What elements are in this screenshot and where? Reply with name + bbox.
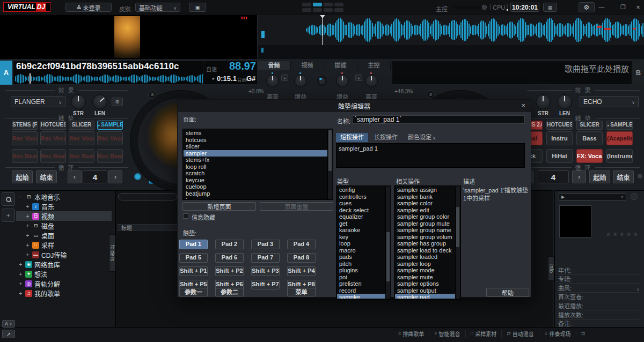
- deck-b-gain-knob[interactable]: [336, 75, 349, 87]
- layout-cell[interactable]: [324, 8, 333, 12]
- expander-icon[interactable]: −: [18, 194, 23, 200]
- type-list-item[interactable]: prelisten: [337, 280, 385, 287]
- plugin-store-button[interactable]: ▣: [189, 3, 206, 12]
- pad-select-button[interactable]: Pad 5: [179, 253, 208, 263]
- pad-select-button[interactable]: Shift + P2: [215, 266, 244, 276]
- login-button[interactable]: 未登录: [65, 3, 112, 12]
- deck-a-overview-waveform[interactable]: [15, 74, 204, 84]
- action-list-item[interactable]: sampler bank: [395, 194, 455, 200]
- pad-select-button[interactable]: Shift + P4: [287, 266, 316, 276]
- deck-a-pitch-value[interactable]: +0.0%: [248, 88, 264, 94]
- hide-info-checkbox[interactable]: [183, 213, 188, 219]
- action-list-item[interactable]: sampler loop: [395, 261, 455, 267]
- bottom-toolbar-button[interactable]: ≡ 排曲歌单: [398, 330, 424, 338]
- sidebar-item[interactable]: + ♪ 音乐: [16, 202, 112, 211]
- deck-a-fx-str-knob[interactable]: [71, 94, 86, 109]
- layout-cell[interactable]: [334, 3, 343, 6]
- sidebar-item[interactable]: + ▬ CDJ传输: [16, 250, 112, 259]
- page-list-item[interactable]: stems+fx: [184, 157, 327, 163]
- loop-mode-icon[interactable]: [134, 173, 141, 180]
- deck-select-button[interactable]: A: [2, 320, 15, 328]
- layout-cell[interactable]: [334, 8, 343, 12]
- expander-icon[interactable]: +: [18, 271, 23, 277]
- script-editor[interactable]: sampler_pad 1: [336, 143, 525, 168]
- action-list-item[interactable]: sampler mute: [395, 274, 455, 281]
- sidebar-item[interactable]: + ♫ 我的歌单: [16, 288, 112, 298]
- deck-a-key[interactable]: G#: [246, 75, 255, 83]
- action-list-item[interactable]: sampler load to deck: [395, 247, 455, 254]
- deck-layout-indicator[interactable]: [302, 3, 343, 12]
- page-list-item[interactable]: scratch: [184, 170, 327, 177]
- deck-a-tab[interactable]: A: [0, 61, 12, 85]
- settings-button[interactable]: ⚙: [579, 2, 595, 12]
- deck-a-bpm[interactable]: 88.97: [217, 60, 256, 72]
- performance-pad[interactable]: Rec Vocal: [12, 131, 38, 145]
- deck-a-high-eq-knob[interactable]: [266, 75, 279, 87]
- type-list-item[interactable]: karaoke: [337, 227, 385, 234]
- info-side-tab[interactable]: info: [548, 256, 554, 281]
- page-list-item[interactable]: sampler: [184, 150, 327, 157]
- expander-icon[interactable]: +: [18, 262, 23, 267]
- scrollbar-thumb[interactable]: [328, 130, 332, 171]
- deck-b-loop-length[interactable]: 4: [538, 170, 569, 183]
- page-list-item[interactable]: hotcues: [184, 137, 327, 144]
- sidebar-item[interactable]: + ⊟ 磁盘: [16, 221, 112, 231]
- metadata-field[interactable]: 年代: ∨: [558, 266, 640, 275]
- performance-pad[interactable]: Rec Vocal: [40, 131, 66, 145]
- bottom-toolbar-button[interactable]: × 智能混音: [429, 330, 460, 338]
- pad-page-tab[interactable]: SLICER: [576, 121, 603, 130]
- mixer-tab[interactable]: 搓碟: [324, 61, 357, 70]
- param1-button[interactable]: 参数一: [179, 288, 208, 296]
- minimize-button[interactable]: —: [596, 3, 608, 11]
- fx-settings-button[interactable]: ⚙: [112, 98, 123, 106]
- performance-pad[interactable]: Rec Vocal: [97, 131, 123, 145]
- close-button[interactable]: ×: [632, 3, 644, 11]
- page-list-item[interactable]: loop roll: [184, 163, 327, 170]
- layout-cell[interactable]: [313, 8, 322, 12]
- action-tab[interactable]: 颜色设定: [404, 133, 440, 142]
- scrollbar[interactable]: [385, 187, 390, 299]
- performance-pad[interactable]: Rec Beats: [12, 149, 38, 163]
- pad-page-tab[interactable]: SAMPLER: [97, 121, 123, 130]
- action-list-item[interactable]: sampler group volum: [395, 234, 455, 241]
- layout-cell-active[interactable]: [313, 3, 322, 6]
- metadata-field[interactable]: 专辑: ∨: [558, 275, 640, 284]
- expander-icon[interactable]: +: [18, 281, 23, 287]
- performance-pad[interactable]: Bass: [576, 131, 603, 145]
- expander-icon[interactable]: +: [25, 252, 30, 258]
- metadata-field[interactable]: 曲风: ∨: [558, 284, 640, 293]
- pad-select-button[interactable]: Pad 4: [287, 240, 316, 249]
- bottom-toolbar-button[interactable]: ∷ 采样素材: [465, 330, 497, 338]
- scrollbar-thumb[interactable]: [386, 232, 390, 281]
- sidebar-item[interactable]: + ▭ 桌面: [16, 231, 112, 240]
- scrollbar[interactable]: [455, 187, 460, 299]
- expander-icon[interactable]: +: [25, 233, 30, 239]
- layout-cell[interactable]: [302, 8, 311, 12]
- deck-a-fx-select[interactable]: FLANGER: [11, 96, 65, 107]
- action-list-item[interactable]: sampler mode: [395, 267, 455, 274]
- sidebar-item[interactable]: + 日 视频: [16, 211, 112, 221]
- browser-search-input[interactable]: [118, 193, 177, 200]
- action-tab[interactable]: 短按操作: [336, 133, 368, 142]
- page-list-item[interactable]: slicer: [184, 143, 327, 150]
- deck-b-fx-len-knob[interactable]: [557, 94, 572, 109]
- type-list[interactable]: configcontrollerscuesdeck selectequalize…: [336, 185, 391, 300]
- expander-icon[interactable]: +: [25, 242, 30, 248]
- action-list-item[interactable]: sampler output: [395, 287, 455, 294]
- expander-icon[interactable]: +: [25, 204, 30, 210]
- action-list-item[interactable]: sampler options: [395, 280, 455, 287]
- performance-pad[interactable]: Instru: [546, 131, 573, 145]
- sidebar-item[interactable]: − ⊡ 本地音乐: [16, 192, 112, 202]
- pad-select-button[interactable]: Pad 6: [215, 253, 244, 263]
- deck-b-pitch-value[interactable]: +48.3%: [394, 88, 413, 94]
- action-list-item[interactable]: sampler group color: [395, 213, 455, 220]
- bottom-toolbar-button[interactable]: ⇄ 自动混音: [501, 330, 534, 338]
- deck-a-loop-length[interactable]: 4: [83, 170, 107, 183]
- expand-browser-button[interactable]: ↗: [2, 330, 15, 338]
- deck-b-high-eq-knob[interactable]: [365, 75, 378, 87]
- sidebar-item[interactable]: + ⊕ 网络曲库: [16, 259, 112, 269]
- skin-select[interactable]: 基础功能: [135, 3, 180, 12]
- prelisten-player[interactable]: ▶ ∩: [559, 194, 626, 200]
- type-list-item[interactable]: deck select: [337, 207, 385, 214]
- pad-page-tab[interactable]: HOTCUES: [546, 121, 573, 130]
